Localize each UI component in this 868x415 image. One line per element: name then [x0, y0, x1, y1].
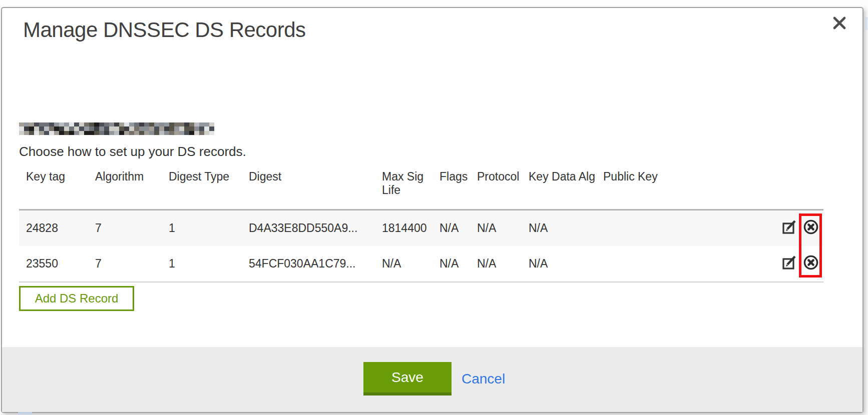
cell-protocol: N/A — [477, 222, 529, 235]
cell-digest: 54FCF030AA1C79... — [249, 257, 382, 270]
ds-records-table: Key tag Algorithm Digest Type Digest Max… — [19, 166, 823, 282]
cell-max-sig-life: 1814400 — [382, 222, 440, 235]
edit-icon — [781, 219, 797, 238]
cell-digest-type: 1 — [169, 222, 249, 235]
col-header-digest: Digest — [249, 170, 382, 184]
page-behind-artifact — [18, 412, 32, 414]
col-header-public-key: Public Key — [603, 170, 768, 184]
page-behind-artifact — [864, 17, 867, 30]
col-header-flags: Flags — [440, 170, 477, 184]
subtitle-text: Choose how to set up your DS records. — [19, 144, 246, 160]
col-header-protocol: Protocol — [477, 170, 529, 184]
manage-dnssec-modal: Manage DNSSEC DS Records Choose how to s… — [1, 7, 863, 413]
cancel-link[interactable]: Cancel — [462, 362, 505, 396]
cell-digest: D4A33E8DD550A9... — [249, 222, 382, 235]
table-row: 23550 7 1 54FCF030AA1C79... N/A N/A N/A … — [19, 246, 823, 282]
table-header-row: Key tag Algorithm Digest Type Digest Max… — [19, 166, 823, 210]
cell-flags: N/A — [440, 222, 477, 235]
row-actions — [768, 220, 823, 237]
add-ds-record-button[interactable]: Add DS Record — [19, 286, 134, 311]
col-header-algorithm: Algorithm — [95, 170, 169, 184]
close-icon — [832, 16, 847, 32]
col-header-key-data-alg: Key Data Alg — [529, 170, 603, 184]
cell-key-tag: 23550 — [26, 257, 95, 270]
save-button[interactable]: Save — [363, 362, 452, 396]
col-header-digest-type: Digest Type — [169, 170, 249, 184]
edit-record-button[interactable] — [781, 256, 798, 272]
delete-circle-x-icon — [802, 254, 819, 274]
cell-key-data-alg: N/A — [529, 222, 603, 235]
page-title: Manage DNSSEC DS Records — [23, 18, 306, 42]
edit-icon — [781, 254, 797, 274]
modal-footer: Save Cancel — [2, 347, 862, 412]
domain-name-redacted — [19, 122, 214, 136]
col-header-max-sig-life: Max Sig Life — [382, 170, 440, 197]
delete-circle-x-icon — [802, 218, 819, 238]
cell-protocol: N/A — [477, 257, 529, 270]
edit-record-button[interactable] — [781, 220, 798, 237]
cell-algorithm: 7 — [95, 257, 169, 270]
delete-record-button[interactable] — [802, 256, 819, 272]
close-button[interactable] — [830, 15, 848, 33]
cell-algorithm: 7 — [95, 222, 169, 235]
cell-key-tag: 24828 — [26, 222, 95, 235]
delete-record-button[interactable] — [802, 220, 819, 237]
cell-flags: N/A — [440, 257, 477, 270]
cell-max-sig-life: N/A — [382, 257, 440, 270]
cell-key-data-alg: N/A — [529, 257, 603, 270]
cell-digest-type: 1 — [169, 257, 249, 270]
table-row: 24828 7 1 D4A33E8DD550A9... 1814400 N/A … — [19, 210, 823, 246]
col-header-key-tag: Key tag — [26, 170, 95, 184]
row-actions — [768, 256, 823, 272]
